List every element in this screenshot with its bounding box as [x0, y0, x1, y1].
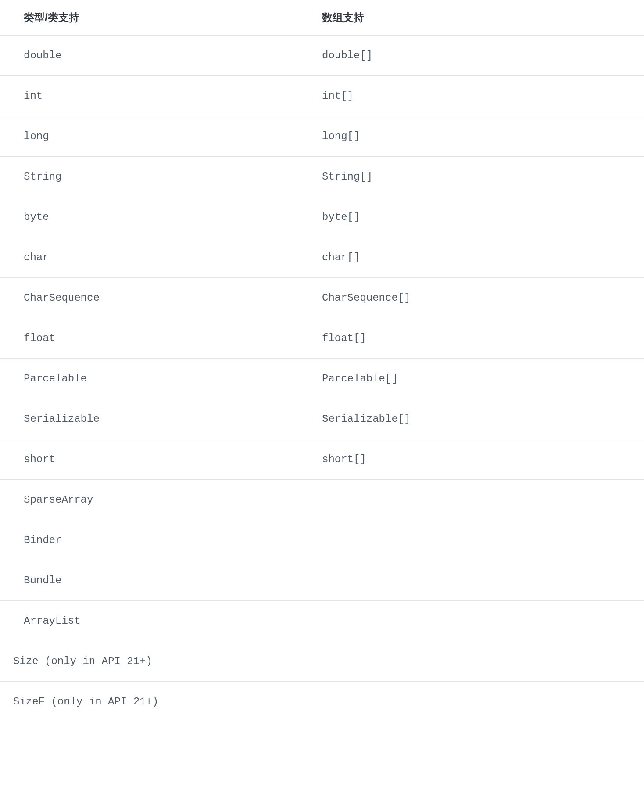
table-row: SerializableSerializable[] [0, 399, 644, 439]
cell-array [322, 480, 644, 520]
table-row: StringString[] [0, 157, 644, 197]
cell-type: Serializable [0, 399, 322, 439]
cell-array [322, 560, 644, 601]
table-row: ArrayList [0, 601, 644, 641]
cell-type: Bundle [0, 560, 322, 601]
table-row: charchar[] [0, 237, 644, 278]
cell-array: long[] [322, 116, 644, 157]
header-type: 类型/类支持 [0, 0, 322, 36]
array-value: Parcelable[] [322, 373, 398, 384]
type-value: Serializable [24, 413, 100, 425]
cell-type: CharSequence [0, 278, 322, 318]
type-value: int [24, 90, 43, 102]
type-value: byte [24, 211, 49, 223]
array-value: float[] [322, 332, 366, 344]
cell-array: int[] [322, 76, 644, 116]
type-value: double [24, 50, 61, 61]
cell-type: ArrayList [0, 601, 322, 641]
array-value: short[] [322, 453, 366, 465]
cell-type: double [0, 36, 322, 76]
cell-array: char[] [322, 237, 644, 278]
array-value: String[] [322, 171, 372, 183]
cell-type: byte [0, 197, 322, 237]
table-row: Binder [0, 520, 644, 560]
table-row: doubledouble[] [0, 36, 644, 76]
cell-type: SizeF (only in API 21+) [0, 682, 644, 722]
type-value: CharSequence [24, 292, 100, 304]
type-value: char [24, 252, 49, 263]
cell-type: short [0, 439, 322, 480]
cell-type: char [0, 237, 322, 278]
table-row: floatfloat[] [0, 318, 644, 359]
array-value: byte[] [322, 211, 360, 223]
type-value: SizeF (only in API 21+) [13, 696, 158, 708]
type-value: ArrayList [24, 615, 81, 627]
table-row: shortshort[] [0, 439, 644, 480]
type-value: Bundle [24, 575, 61, 586]
table-row: Bundle [0, 560, 644, 601]
array-value: double[] [322, 50, 372, 61]
array-value: int[] [322, 90, 354, 102]
table-row: longlong[] [0, 116, 644, 157]
type-value: SparseArray [24, 494, 93, 506]
cell-array: String[] [322, 157, 644, 197]
table-row: bytebyte[] [0, 197, 644, 237]
cell-type: float [0, 318, 322, 359]
cell-array: float[] [322, 318, 644, 359]
table-header-row: 类型/类支持 数组支持 [0, 0, 644, 36]
array-value: Serializable[] [322, 413, 411, 425]
table-row: SizeF (only in API 21+) [0, 682, 644, 722]
cell-type: SparseArray [0, 480, 322, 520]
array-value: char[] [322, 252, 360, 263]
header-array: 数组支持 [322, 0, 644, 36]
type-value: Parcelable [24, 373, 87, 384]
type-value: float [24, 332, 55, 344]
types-table: 类型/类支持 数组支持 doubledouble[]intint[]longlo… [0, 0, 644, 722]
cell-array: short[] [322, 439, 644, 480]
cell-array: double[] [322, 36, 644, 76]
type-value: Binder [24, 534, 61, 546]
cell-type: Size (only in API 21+) [0, 641, 644, 682]
type-value: String [24, 171, 61, 183]
cell-type: Binder [0, 520, 322, 560]
table-row: SparseArray [0, 480, 644, 520]
cell-array: byte[] [322, 197, 644, 237]
table-row: Size (only in API 21+) [0, 641, 644, 682]
cell-type: String [0, 157, 322, 197]
cell-type: int [0, 76, 322, 116]
array-value: long[] [322, 130, 360, 142]
cell-array: Serializable[] [322, 399, 644, 439]
type-value: short [24, 453, 55, 465]
cell-array [322, 520, 644, 560]
cell-array: CharSequence[] [322, 278, 644, 318]
cell-type: long [0, 116, 322, 157]
table-row: CharSequenceCharSequence[] [0, 278, 644, 318]
type-value: long [24, 130, 49, 142]
array-value: CharSequence[] [322, 292, 411, 304]
cell-type: Parcelable [0, 359, 322, 399]
type-value: Size (only in API 21+) [13, 655, 152, 667]
cell-array [322, 601, 644, 641]
table-row: intint[] [0, 76, 644, 116]
cell-array: Parcelable[] [322, 359, 644, 399]
table-row: ParcelableParcelable[] [0, 359, 644, 399]
